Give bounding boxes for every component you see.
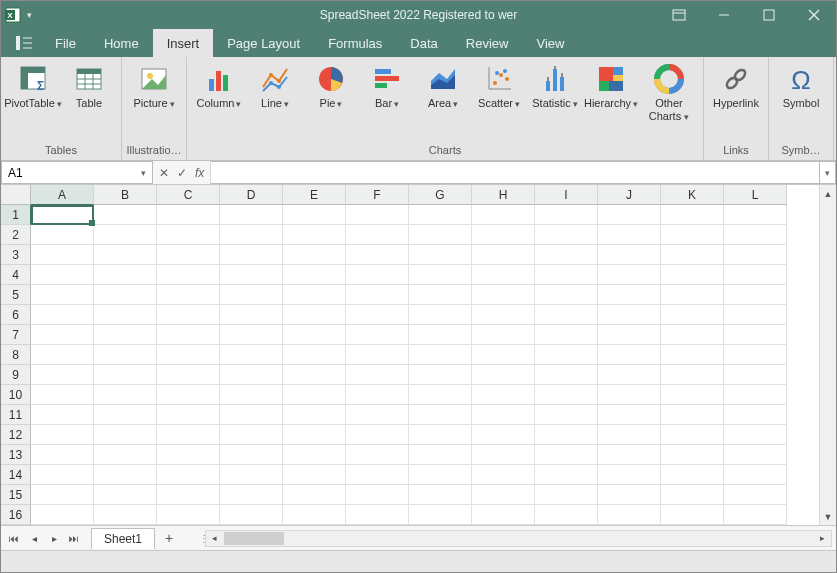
cell[interactable] (283, 225, 346, 245)
cell[interactable] (346, 505, 409, 525)
cell[interactable] (346, 405, 409, 425)
cell[interactable] (724, 465, 787, 485)
cell[interactable] (535, 305, 598, 325)
fx-icon[interactable]: fx (195, 166, 204, 180)
cell[interactable] (661, 385, 724, 405)
cell[interactable] (94, 505, 157, 525)
name-box[interactable]: A1 ▾ (1, 161, 153, 184)
cell[interactable] (535, 505, 598, 525)
cell[interactable] (661, 425, 724, 445)
cell[interactable] (157, 305, 220, 325)
cell[interactable] (283, 245, 346, 265)
cell[interactable] (31, 485, 94, 505)
select-all-corner[interactable] (1, 185, 31, 205)
hierarchy-button[interactable]: Hierarchy▾ (585, 61, 637, 112)
cell[interactable] (346, 385, 409, 405)
cell[interactable] (31, 425, 94, 445)
cell[interactable] (31, 225, 94, 245)
cell[interactable] (409, 245, 472, 265)
cell[interactable] (220, 325, 283, 345)
cell[interactable] (409, 465, 472, 485)
cell[interactable] (472, 325, 535, 345)
cell[interactable] (346, 425, 409, 445)
cell[interactable] (31, 505, 94, 525)
cell[interactable] (220, 205, 283, 225)
row-header[interactable]: 14 (1, 465, 31, 485)
cell[interactable] (94, 345, 157, 365)
cell[interactable] (535, 425, 598, 445)
cell[interactable] (157, 325, 220, 345)
bar-button[interactable]: Bar▾ (361, 61, 413, 112)
cell[interactable] (31, 405, 94, 425)
cell[interactable] (346, 365, 409, 385)
cell[interactable] (220, 345, 283, 365)
cell[interactable] (157, 245, 220, 265)
cell[interactable] (724, 445, 787, 465)
cell[interactable] (94, 425, 157, 445)
cell[interactable] (157, 445, 220, 465)
cell[interactable] (409, 405, 472, 425)
cell[interactable] (724, 285, 787, 305)
cell[interactable] (346, 345, 409, 365)
cell[interactable] (283, 425, 346, 445)
column-header[interactable]: D (220, 185, 283, 205)
accept-formula-icon[interactable]: ✓ (177, 166, 187, 180)
cell[interactable] (535, 465, 598, 485)
cell[interactable] (31, 465, 94, 485)
cell[interactable] (346, 205, 409, 225)
formula-expand-icon[interactable]: ▾ (820, 161, 836, 184)
cell[interactable] (220, 285, 283, 305)
cell[interactable] (724, 485, 787, 505)
cell[interactable] (220, 265, 283, 285)
cell[interactable] (661, 325, 724, 345)
row-header[interactable]: 5 (1, 285, 31, 305)
formula-input[interactable] (211, 161, 820, 184)
cell[interactable] (724, 205, 787, 225)
row-header[interactable]: 11 (1, 405, 31, 425)
cell[interactable] (598, 285, 661, 305)
add-sheet-button[interactable]: + (159, 530, 179, 546)
cell[interactable] (409, 325, 472, 345)
cell[interactable] (409, 225, 472, 245)
cell[interactable] (472, 425, 535, 445)
cell[interactable] (346, 225, 409, 245)
cell[interactable] (724, 505, 787, 525)
column-header[interactable]: L (724, 185, 787, 205)
menu-tab-review[interactable]: Review (452, 29, 523, 57)
cell[interactable] (598, 505, 661, 525)
cell[interactable] (724, 265, 787, 285)
cell[interactable] (157, 285, 220, 305)
row-header[interactable]: 1 (1, 205, 31, 225)
cell[interactable] (535, 325, 598, 345)
cell[interactable] (598, 425, 661, 445)
cell[interactable] (661, 305, 724, 325)
menu-tab-file[interactable]: File (41, 29, 90, 57)
cell[interactable] (598, 485, 661, 505)
minimize-button[interactable] (701, 1, 746, 29)
cell[interactable] (157, 225, 220, 245)
cell[interactable] (409, 285, 472, 305)
column-header[interactable]: H (472, 185, 535, 205)
cell[interactable] (598, 365, 661, 385)
menu-tab-page-layout[interactable]: Page Layout (213, 29, 314, 57)
cell[interactable] (283, 385, 346, 405)
statistic-button[interactable]: Statistic▾ (529, 61, 581, 112)
maximize-button[interactable] (746, 1, 791, 29)
cell[interactable] (94, 205, 157, 225)
cell[interactable] (157, 405, 220, 425)
menu-tab-home[interactable]: Home (90, 29, 153, 57)
pivottable-button[interactable]: ΣPivotTable▾ (7, 61, 59, 112)
cell[interactable] (472, 225, 535, 245)
cell[interactable] (31, 445, 94, 465)
cell[interactable] (31, 385, 94, 405)
scroll-left-icon[interactable]: ◂ (206, 531, 223, 546)
cell[interactable] (409, 345, 472, 365)
cell[interactable] (94, 305, 157, 325)
column-button[interactable]: Column▾ (193, 61, 245, 112)
row-header[interactable]: 15 (1, 485, 31, 505)
cell[interactable] (661, 345, 724, 365)
cell[interactable] (283, 305, 346, 325)
cell[interactable] (535, 365, 598, 385)
ribbon-options-icon[interactable] (656, 1, 701, 29)
cell[interactable] (472, 445, 535, 465)
